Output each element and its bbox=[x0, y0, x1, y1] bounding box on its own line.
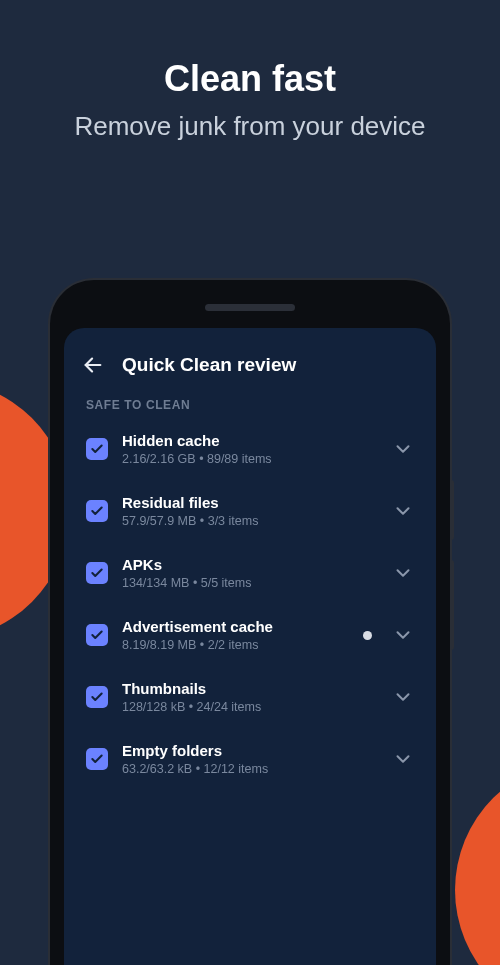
list-item[interactable]: Advertisement cache8.19/8.19 MB • 2/2 it… bbox=[72, 604, 428, 666]
item-text: Empty folders63.2/63.2 kB • 12/12 items bbox=[122, 742, 378, 776]
item-title: Empty folders bbox=[122, 742, 378, 759]
section-label: SAFE TO CLEAN bbox=[64, 390, 436, 418]
item-subtitle: 57.9/57.9 MB • 3/3 items bbox=[122, 514, 378, 528]
item-subtitle: 128/128 kB • 24/24 items bbox=[122, 700, 378, 714]
chevron-down-icon[interactable] bbox=[392, 500, 414, 522]
chevron-down-icon[interactable] bbox=[392, 562, 414, 584]
item-subtitle: 2.16/2.16 GB • 89/89 items bbox=[122, 452, 378, 466]
item-text: Residual files57.9/57.9 MB • 3/3 items bbox=[122, 494, 378, 528]
checkbox[interactable] bbox=[86, 500, 108, 522]
checkbox[interactable] bbox=[86, 562, 108, 584]
item-subtitle: 8.19/8.19 MB • 2/2 items bbox=[122, 638, 349, 652]
promo-title: Clean fast bbox=[30, 58, 470, 100]
checkbox[interactable] bbox=[86, 624, 108, 646]
phone-side-button bbox=[450, 560, 454, 650]
list-item[interactable]: APKs134/134 MB • 5/5 items bbox=[72, 542, 428, 604]
list-item[interactable]: Hidden cache2.16/2.16 GB • 89/89 items bbox=[72, 418, 428, 480]
list-item[interactable]: Residual files57.9/57.9 MB • 3/3 items bbox=[72, 480, 428, 542]
screen-title: Quick Clean review bbox=[122, 354, 296, 376]
checkbox[interactable] bbox=[86, 686, 108, 708]
list-item[interactable]: Empty folders63.2/63.2 kB • 12/12 items bbox=[72, 728, 428, 790]
item-title: Hidden cache bbox=[122, 432, 378, 449]
item-title: Advertisement cache bbox=[122, 618, 349, 635]
back-arrow-icon[interactable] bbox=[82, 354, 104, 376]
item-text: APKs134/134 MB • 5/5 items bbox=[122, 556, 378, 590]
clean-list: Hidden cache2.16/2.16 GB • 89/89 itemsRe… bbox=[64, 418, 436, 965]
chevron-down-icon[interactable] bbox=[392, 624, 414, 646]
phone-speaker bbox=[205, 304, 295, 311]
phone-frame: Quick Clean review SAFE TO CLEAN Hidden … bbox=[50, 280, 450, 965]
item-subtitle: 134/134 MB • 5/5 items bbox=[122, 576, 378, 590]
item-subtitle: 63.2/63.2 kB • 12/12 items bbox=[122, 762, 378, 776]
checkbox[interactable] bbox=[86, 748, 108, 770]
app-header: Quick Clean review bbox=[64, 328, 436, 390]
indicator-dot-icon bbox=[363, 631, 372, 640]
item-text: Hidden cache2.16/2.16 GB • 89/89 items bbox=[122, 432, 378, 466]
item-text: Thumbnails128/128 kB • 24/24 items bbox=[122, 680, 378, 714]
item-title: APKs bbox=[122, 556, 378, 573]
chevron-down-icon[interactable] bbox=[392, 438, 414, 460]
app-screen: Quick Clean review SAFE TO CLEAN Hidden … bbox=[64, 328, 436, 965]
item-title: Thumbnails bbox=[122, 680, 378, 697]
list-item[interactable]: Thumbnails128/128 kB • 24/24 items bbox=[72, 666, 428, 728]
checkbox[interactable] bbox=[86, 438, 108, 460]
item-text: Advertisement cache8.19/8.19 MB • 2/2 it… bbox=[122, 618, 349, 652]
phone-side-button bbox=[450, 480, 454, 540]
decorative-circle bbox=[455, 760, 500, 965]
chevron-down-icon[interactable] bbox=[392, 686, 414, 708]
chevron-down-icon[interactable] bbox=[392, 748, 414, 770]
item-title: Residual files bbox=[122, 494, 378, 511]
promo-subtitle: Remove junk from your device bbox=[30, 110, 470, 143]
